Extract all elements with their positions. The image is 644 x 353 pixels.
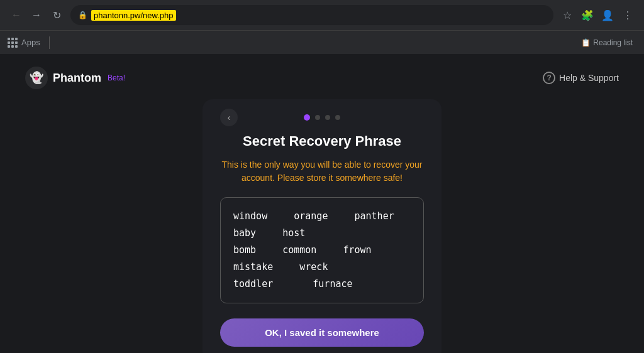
grid-icon xyxy=(8,38,18,48)
page-content: 👻 Phantom Beta! ? Help & Support ‹ Secre… xyxy=(0,54,644,353)
reading-list-icon: 📋 xyxy=(581,38,591,47)
recovery-phrase-card: ‹ Secret Recovery Phrase This is the onl… xyxy=(203,99,441,353)
reading-list-label: Reading list xyxy=(593,38,633,47)
forward-button[interactable]: → xyxy=(28,6,45,24)
browser-chrome: ← → ↻ 🔒 phantonn.pw/new.php ☆ 🧩 👤 ⋮ Apps… xyxy=(0,0,644,54)
lock-icon: 🔒 xyxy=(78,11,87,19)
warning-text: This is the only way you will be able to… xyxy=(220,158,424,185)
help-icon: ? xyxy=(543,72,555,84)
logo-text: Phantom xyxy=(53,72,101,85)
apps-label: Apps xyxy=(21,38,40,47)
bookmark-button[interactable]: ☆ xyxy=(558,6,576,24)
pagination: ‹ xyxy=(220,114,424,121)
toolbar-divider xyxy=(49,36,50,49)
page-nav: 👻 Phantom Beta! ? Help & Support xyxy=(13,67,631,89)
nav-buttons: ← → ↻ xyxy=(8,6,65,24)
help-label: Help & Support xyxy=(559,73,619,83)
dot-3 xyxy=(325,115,330,120)
address-bar[interactable]: 🔒 phantonn.pw/new.php xyxy=(70,5,553,25)
seed-phrase-box: window orange panther baby host bomb com… xyxy=(220,197,424,303)
logo-beta: Beta! xyxy=(108,73,125,82)
logo[interactable]: 👻 Phantom Beta! xyxy=(25,67,125,89)
apps-shortcut[interactable]: Apps xyxy=(8,38,40,48)
url-text: phantonn.pw/new.php xyxy=(91,10,176,21)
logo-icon: 👻 xyxy=(25,67,48,89)
browser-toolbar: ← → ↻ 🔒 phantonn.pw/new.php ☆ 🧩 👤 ⋮ xyxy=(0,0,644,30)
seed-phrase-words: window orange panther baby host bomb com… xyxy=(233,208,411,293)
card-title: Secret Recovery Phrase xyxy=(243,133,401,149)
dot-2 xyxy=(315,115,320,120)
reload-button[interactable]: ↻ xyxy=(48,6,65,24)
card-back-button[interactable]: ‹ xyxy=(220,109,238,126)
bookmarks-bar: Apps 📋 Reading list xyxy=(0,30,644,54)
menu-button[interactable]: ⋮ xyxy=(619,6,636,24)
toolbar-right: ☆ 🧩 👤 ⋮ xyxy=(558,6,636,24)
extensions-button[interactable]: 🧩 xyxy=(579,6,596,24)
back-button[interactable]: ← xyxy=(8,6,25,24)
ok-saved-button[interactable]: OK, I saved it somewhere xyxy=(220,318,424,347)
help-support-link[interactable]: ? Help & Support xyxy=(543,72,619,84)
dot-1 xyxy=(304,114,310,121)
profile-button[interactable]: 👤 xyxy=(599,6,616,24)
reading-list-button[interactable]: 📋 Reading list xyxy=(577,37,636,48)
dot-4 xyxy=(335,115,340,120)
